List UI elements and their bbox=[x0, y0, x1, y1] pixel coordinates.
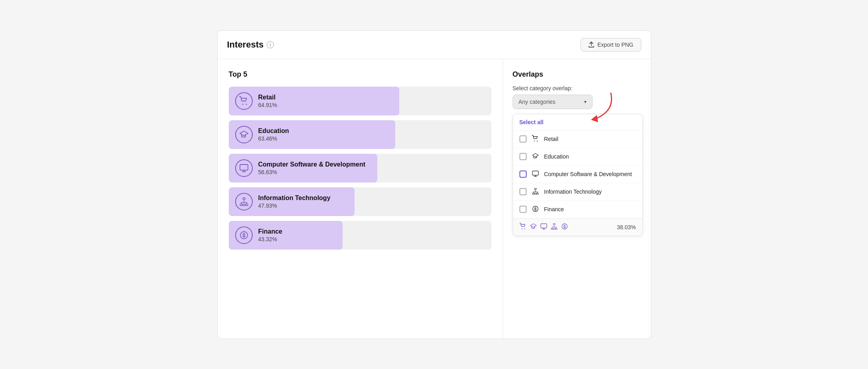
checkbox-finance[interactable] bbox=[519, 206, 527, 213]
dropdown-item-finance[interactable]: Finance bbox=[513, 201, 642, 218]
computer-software-dropdown-label: Computer Software & Development bbox=[544, 171, 632, 177]
svg-rect-15 bbox=[534, 193, 536, 194]
bar-item-computer-software: Computer Software & Development 56.63% bbox=[229, 154, 491, 183]
graduation-icon bbox=[239, 130, 249, 139]
dropdown-item-education[interactable]: Education bbox=[513, 148, 642, 166]
card-header: Interests i Export to PNG bbox=[218, 31, 651, 59]
finance-dropdown-icon bbox=[531, 205, 539, 214]
information-technology-text: Information Technology 47.93% bbox=[258, 194, 331, 209]
svg-rect-2 bbox=[240, 165, 248, 170]
checkbox-information-technology[interactable] bbox=[519, 188, 527, 195]
svg-rect-19 bbox=[541, 224, 547, 228]
bar-content-finance: Finance 43.32% bbox=[229, 221, 491, 250]
footer-monitor-icon bbox=[540, 223, 547, 232]
finance-text: Finance 43.32% bbox=[258, 228, 282, 242]
footer-percentage: 38.03% bbox=[617, 224, 636, 230]
dropdown-placeholder: Any categories bbox=[519, 99, 556, 105]
select-all-button[interactable]: Select all bbox=[513, 114, 642, 131]
information-technology-label: Information Technology bbox=[258, 194, 331, 202]
education-text: Education 63.46% bbox=[258, 127, 289, 142]
bar-item-education: Education 63.46% bbox=[229, 120, 491, 149]
svg-point-17 bbox=[521, 228, 522, 229]
footer-icons bbox=[519, 223, 568, 232]
card-body: Top 5 Retail bbox=[218, 59, 651, 339]
overlap-footer: 38.03% bbox=[513, 218, 642, 236]
card-title: Interests i bbox=[227, 40, 274, 50]
checkbox-computer-software[interactable] bbox=[519, 171, 527, 178]
information-technology-pct: 47.93% bbox=[258, 202, 331, 209]
network-icon bbox=[239, 197, 249, 206]
svg-point-10 bbox=[537, 140, 537, 141]
education-dropdown-label: Education bbox=[544, 153, 569, 160]
information-technology-icon-circle bbox=[235, 193, 253, 210]
computer-software-dropdown-icon bbox=[531, 170, 539, 179]
bar-content-information-technology: Information Technology 47.93% bbox=[229, 187, 491, 216]
bar-content-education: Education 63.46% bbox=[229, 120, 491, 149]
red-arrow-annotation bbox=[583, 91, 619, 127]
checkbox-retail[interactable] bbox=[519, 135, 527, 143]
dropdown-item-computer-software[interactable]: Computer Software & Development bbox=[513, 166, 642, 183]
monitor-icon bbox=[239, 163, 249, 173]
information-technology-dropdown-label: Information Technology bbox=[544, 188, 602, 195]
title-text: Interests bbox=[227, 40, 264, 50]
computer-software-icon-circle bbox=[235, 159, 253, 177]
dropdown-item-information-technology[interactable]: Information Technology bbox=[513, 183, 642, 201]
computer-software-pct: 56.63% bbox=[258, 169, 365, 175]
finance-label: Finance bbox=[258, 228, 282, 235]
finance-pct: 43.32% bbox=[258, 236, 282, 242]
retail-text: Retail 64.91% bbox=[258, 94, 277, 108]
finance-icon-circle bbox=[235, 226, 253, 244]
svg-point-9 bbox=[534, 140, 535, 141]
dollar-icon bbox=[239, 230, 249, 240]
bar-item-information-technology: Information Technology 47.93% bbox=[229, 187, 491, 216]
export-button[interactable]: Export to PNG bbox=[581, 38, 641, 52]
interests-card: Interests i Export to PNG Top 5 bbox=[217, 30, 651, 339]
dropdown-items: Retail Education bbox=[513, 131, 642, 218]
svg-marker-8 bbox=[591, 115, 598, 122]
finance-dropdown-label: Finance bbox=[544, 206, 564, 212]
retail-icon-circle bbox=[235, 92, 253, 110]
svg-point-18 bbox=[524, 228, 525, 229]
right-panel: Overlaps Select category overlap: Any ca… bbox=[503, 59, 651, 339]
information-technology-dropdown-icon bbox=[531, 188, 539, 196]
bar-item-retail: Retail 64.91% bbox=[229, 87, 491, 115]
export-label: Export to PNG bbox=[597, 42, 633, 48]
svg-rect-11 bbox=[532, 171, 538, 175]
category-dropdown[interactable]: Any categories ▾ bbox=[513, 95, 593, 109]
left-panel: Top 5 Retail bbox=[218, 59, 503, 339]
bar-list: Retail 64.91% bbox=[229, 87, 491, 250]
footer-dollar-icon bbox=[561, 223, 568, 232]
svg-rect-23 bbox=[553, 228, 555, 229]
cart-icon bbox=[239, 96, 249, 106]
bar-content-retail: Retail 64.91% bbox=[229, 87, 491, 115]
dropdown-list: Select all Retail bbox=[513, 114, 643, 236]
footer-cart-icon bbox=[519, 223, 527, 232]
overlaps-title: Overlaps bbox=[513, 70, 643, 79]
footer-network-icon bbox=[551, 223, 558, 232]
retail-label: Retail bbox=[258, 94, 277, 101]
select-category-label: Select category overlap: bbox=[513, 85, 643, 91]
svg-point-0 bbox=[242, 103, 243, 105]
retail-dropdown-icon bbox=[531, 135, 539, 143]
retail-pct: 64.91% bbox=[258, 102, 277, 108]
top5-title: Top 5 bbox=[229, 70, 491, 79]
svg-point-1 bbox=[246, 103, 247, 105]
svg-rect-6 bbox=[243, 204, 245, 206]
education-pct: 63.46% bbox=[258, 135, 289, 142]
education-icon-circle bbox=[235, 126, 253, 143]
education-label: Education bbox=[258, 127, 289, 135]
retail-dropdown-label: Retail bbox=[544, 136, 559, 142]
checkbox-education[interactable] bbox=[519, 153, 527, 160]
computer-software-text: Computer Software & Development 56.63% bbox=[258, 161, 365, 175]
footer-graduation-icon bbox=[530, 223, 537, 232]
education-dropdown-icon bbox=[531, 153, 539, 161]
bar-content-computer-software: Computer Software & Development 56.63% bbox=[229, 154, 491, 183]
dropdown-item-retail[interactable]: Retail bbox=[513, 131, 642, 148]
computer-software-label: Computer Software & Development bbox=[258, 161, 365, 168]
info-icon[interactable]: i bbox=[267, 41, 274, 48]
upload-icon bbox=[588, 42, 595, 48]
bar-item-finance: Finance 43.32% bbox=[229, 221, 491, 250]
